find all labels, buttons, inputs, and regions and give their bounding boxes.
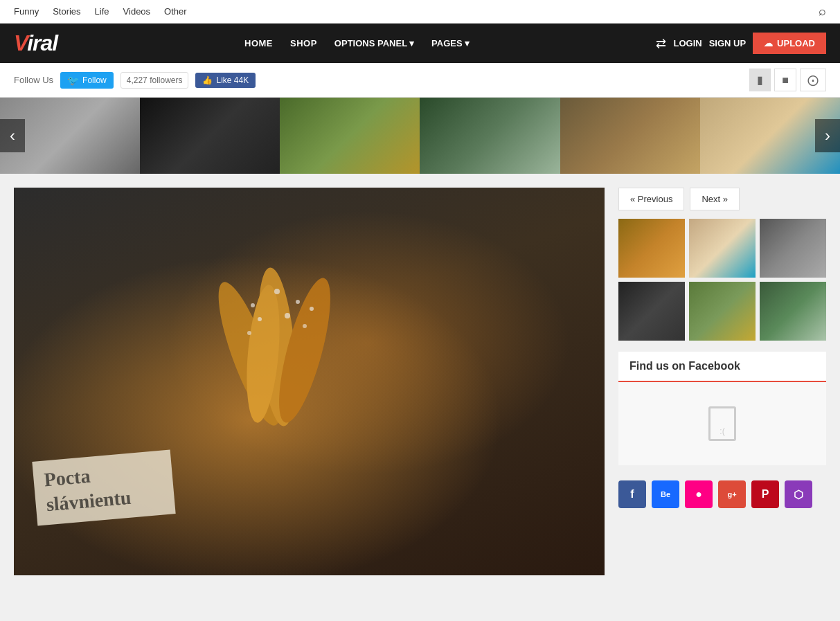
thumbnail-4[interactable] bbox=[618, 282, 685, 341]
logo-text: Viral bbox=[14, 30, 57, 56]
food-image: Pocta slávnientu bbox=[14, 188, 605, 575]
nav-other[interactable]: Other bbox=[164, 6, 187, 17]
carousel-track bbox=[0, 98, 840, 174]
churros-svg bbox=[125, 229, 415, 465]
behance-social-icon[interactable]: Be bbox=[652, 480, 679, 508]
twitter-icon: 🐦 bbox=[67, 75, 79, 86]
flickr-social-icon[interactable]: ● bbox=[685, 480, 713, 508]
header-right: ⇄ LOGIN SIGN UP ☁ UPLOAD bbox=[656, 33, 826, 54]
view-toggles: ▮ ■ ⨀ bbox=[749, 69, 826, 91]
main-image-container: Pocta slávnientu bbox=[14, 188, 605, 575]
main-nav: HOME SHOP OPTIONS PANEL ▾ PAGES ▾ bbox=[238, 34, 476, 53]
view-grid-2-button[interactable]: ■ bbox=[774, 69, 796, 91]
search-icon[interactable]: ⌕ bbox=[819, 4, 826, 19]
svg-point-7 bbox=[258, 317, 262, 321]
upload-button[interactable]: ☁ UPLOAD bbox=[753, 33, 826, 54]
carousel-section: ‹ › bbox=[0, 98, 840, 174]
svg-point-4 bbox=[251, 303, 255, 307]
facebook-like-button[interactable]: 👍 Like 44K bbox=[195, 73, 256, 88]
shuffle-icon[interactable]: ⇄ bbox=[656, 36, 666, 51]
thumbnail-3[interactable] bbox=[760, 219, 826, 278]
nav-life[interactable]: Life bbox=[95, 6, 109, 17]
follow-left: Follow Us 🐦 Follow 4,227 followers 👍 Lik… bbox=[14, 72, 256, 89]
googleplus-social-icon[interactable]: g+ bbox=[718, 480, 746, 508]
svg-point-11 bbox=[303, 324, 307, 328]
signup-button[interactable]: SIGN UP bbox=[709, 38, 746, 48]
main-image-box: Pocta slávnientu bbox=[14, 188, 605, 575]
content-left: Pocta slávnientu bbox=[14, 188, 605, 575]
thumbnail-1[interactable] bbox=[618, 219, 685, 278]
top-nav-links: Funny Stories Life Videos Other bbox=[14, 6, 187, 17]
follow-us-label: Follow Us bbox=[14, 75, 53, 85]
thumbnail-5[interactable] bbox=[689, 282, 756, 341]
chevron-down-icon: ▾ bbox=[409, 38, 414, 48]
next-button[interactable]: Next » bbox=[690, 188, 740, 210]
login-button[interactable]: LOGIN bbox=[673, 38, 702, 48]
carousel-item-4[interactable] bbox=[420, 98, 560, 174]
upload-icon: ☁ bbox=[764, 38, 773, 48]
facebook-placeholder-icon bbox=[708, 406, 736, 441]
main-header: Viral HOME SHOP OPTIONS PANEL ▾ PAGES ▾ … bbox=[0, 24, 840, 63]
facebook-thumb-icon: 👍 bbox=[202, 75, 213, 85]
thumbnail-2[interactable] bbox=[689, 219, 756, 278]
twitter-follow-button[interactable]: 🐦 Follow bbox=[60, 72, 114, 89]
instagram-social-icon[interactable]: ⬡ bbox=[785, 480, 812, 508]
svg-point-8 bbox=[285, 313, 290, 318]
nav-pages[interactable]: PAGES ▾ bbox=[425, 34, 476, 53]
facebook-section-title: Find us on Facebook bbox=[618, 352, 826, 382]
nav-stories[interactable]: Stories bbox=[53, 6, 80, 17]
carousel-next-button[interactable]: › bbox=[815, 119, 840, 152]
pinterest-social-icon[interactable]: P bbox=[751, 480, 779, 508]
facebook-widget-placeholder bbox=[618, 382, 826, 465]
thumbnail-grid bbox=[618, 219, 826, 341]
document-error-icon bbox=[708, 406, 736, 441]
svg-point-9 bbox=[310, 307, 314, 311]
view-single-button[interactable]: ▮ bbox=[749, 69, 771, 91]
nav-shop[interactable]: SHOP bbox=[283, 34, 324, 53]
followers-count: 4,227 followers bbox=[120, 72, 189, 89]
fb-like-label: Like 44K bbox=[216, 75, 249, 85]
facebook-social-icon[interactable]: f bbox=[618, 480, 646, 508]
prev-next-navigation: « Previous Next » bbox=[618, 188, 826, 210]
svg-point-10 bbox=[247, 331, 251, 335]
view-grid-3-button[interactable]: ⨀ bbox=[800, 69, 826, 91]
logo[interactable]: Viral bbox=[14, 30, 57, 56]
follow-bar: Follow Us 🐦 Follow 4,227 followers 👍 Lik… bbox=[0, 63, 840, 98]
svg-point-6 bbox=[296, 300, 300, 304]
carousel-item-2[interactable] bbox=[140, 98, 280, 174]
twitter-follow-label: Follow bbox=[82, 75, 107, 85]
previous-button[interactable]: « Previous bbox=[618, 188, 684, 210]
svg-point-5 bbox=[274, 289, 280, 294]
nav-home[interactable]: HOME bbox=[238, 34, 280, 53]
facebook-section: Find us on Facebook bbox=[618, 352, 826, 465]
top-navigation: Funny Stories Life Videos Other ⌕ bbox=[0, 0, 840, 24]
nav-funny[interactable]: Funny bbox=[14, 6, 39, 17]
nav-options-panel[interactable]: OPTIONS PANEL ▾ bbox=[328, 34, 421, 53]
main-content: Pocta slávnientu bbox=[0, 174, 840, 589]
social-icons: f Be ● g+ P ⬡ bbox=[618, 474, 826, 515]
nav-videos[interactable]: Videos bbox=[123, 6, 151, 17]
content-right: « Previous Next » Find us on Facebook f … bbox=[618, 188, 826, 575]
thumbnail-6[interactable] bbox=[760, 282, 826, 341]
carousel-item-3[interactable] bbox=[280, 98, 420, 174]
carousel-prev-button[interactable]: ‹ bbox=[0, 119, 25, 152]
chevron-down-icon-pages: ▾ bbox=[465, 38, 470, 48]
carousel-item-5[interactable] bbox=[560, 98, 700, 174]
